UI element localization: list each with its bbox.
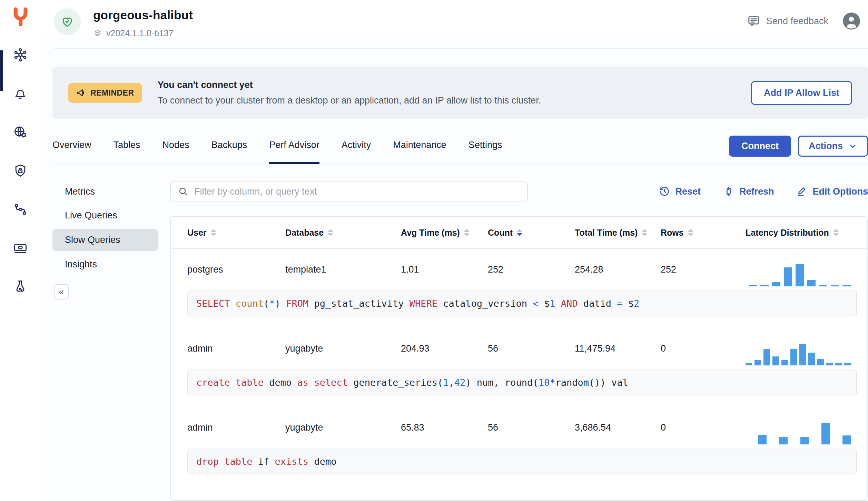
table-body: postgrestemplate11.01252254.28252SELECT … — [171, 249, 867, 474]
query-text: create table demo as select generate_ser… — [187, 370, 857, 395]
tab-tables[interactable]: Tables — [114, 135, 140, 164]
shield-lock-icon[interactable] — [12, 163, 28, 179]
banner-message: To connect to your cluster from a deskto… — [158, 95, 541, 106]
tab-overview[interactable]: Overview — [52, 135, 91, 164]
tab-nodes[interactable]: Nodes — [162, 135, 189, 164]
column-header-total-time-ms[interactable]: Total Time (ms) — [575, 228, 661, 238]
cell-user: admin — [187, 343, 285, 354]
column-label: Count — [488, 228, 513, 238]
sql-token: SELECT — [196, 298, 236, 309]
cell-latency-distribution — [746, 249, 851, 290]
globe-gear-icon[interactable] — [12, 124, 28, 140]
filter-input[interactable] — [194, 186, 520, 197]
header-divider — [54, 48, 868, 49]
table-row[interactable]: adminyugabyte65.83563,686.540 — [171, 407, 867, 448]
perf-advisor-workspace: MetricsLive QueriesSlow QueriesInsights … — [41, 164, 868, 501]
subnav-item-live-queries[interactable]: Live Queries — [52, 205, 158, 226]
tab-activity[interactable]: Activity — [342, 135, 371, 164]
sort-up-icon — [688, 229, 693, 232]
latency-bar — [760, 285, 769, 286]
cell-avg-time: 204.93 — [401, 343, 488, 354]
latency-bar — [790, 349, 797, 365]
cell-count: 56 — [488, 422, 575, 433]
latency-bar — [758, 435, 767, 444]
user-avatar[interactable] — [842, 12, 861, 30]
collapse-sidebar-button[interactable]: « — [54, 284, 69, 299]
sql-token: demo — [269, 377, 297, 388]
table-row[interactable]: adminyugabyte204.935611,475.940 — [171, 328, 867, 369]
cell-rows: 252 — [661, 264, 746, 275]
sort-up-icon — [328, 229, 333, 232]
send-feedback-button[interactable]: Send feedback — [747, 14, 828, 28]
subnav-item-metrics[interactable]: Metrics — [52, 181, 158, 202]
reset-label: Reset — [675, 186, 701, 197]
tab-backups[interactable]: Backups — [211, 135, 247, 164]
sort-up-icon — [642, 229, 647, 232]
sort-down-icon — [688, 233, 693, 236]
sort-down-icon — [211, 233, 216, 236]
perf-advisor-subnav: MetricsLive QueriesSlow QueriesInsights … — [41, 164, 170, 501]
sql-token: 10 — [539, 377, 550, 388]
tab-settings[interactable]: Settings — [468, 135, 502, 164]
latency-bar — [842, 435, 851, 444]
column-header-count[interactable]: Count — [488, 228, 575, 238]
labs-flask-icon[interactable] — [12, 279, 28, 295]
column-label: Database — [285, 228, 324, 238]
edit-options-button[interactable]: Edit Options — [796, 186, 868, 197]
cluster-version-row: v2024.1.1.0-b137 — [93, 28, 193, 38]
heart-check-icon — [60, 15, 74, 29]
sort-down-icon — [642, 233, 647, 236]
column-header-user[interactable]: User — [187, 228, 285, 238]
latency-bar — [763, 349, 770, 365]
slow-queries-toolbar: Reset Refresh Edit Options — [170, 181, 868, 202]
sql-token: $ — [544, 298, 550, 309]
sql-token: ) — [275, 298, 286, 309]
column-label: Total Time (ms) — [575, 228, 638, 238]
refresh-button[interactable]: Refresh — [723, 186, 774, 197]
subnav-item-slow-queries[interactable]: Slow Queries — [52, 229, 158, 251]
sort-down-icon — [833, 233, 839, 236]
sql-token: 1 — [443, 377, 448, 388]
sql-token: generate_series( — [353, 377, 443, 388]
slow-queries-table: UserDatabaseAvg Time (ms)CountTotal Time… — [170, 216, 868, 501]
tab-maintenance[interactable]: Maintenance — [393, 135, 446, 164]
billing-banknote-icon[interactable] — [12, 240, 28, 256]
column-header-rows[interactable]: Rows — [661, 228, 746, 238]
sql-token: catalog_version — [443, 298, 533, 309]
column-header-avg-time-ms[interactable]: Avg Time (ms) — [401, 228, 488, 238]
integrations-flow-icon[interactable] — [12, 202, 28, 217]
sort-down-icon — [328, 233, 333, 236]
add-ip-allow-list-button[interactable]: Add IP Allow List — [751, 81, 852, 105]
bell-icon[interactable] — [12, 86, 28, 101]
latency-bar — [781, 360, 788, 365]
connect-button[interactable]: Connect — [729, 136, 791, 157]
sort-down-icon — [464, 233, 470, 236]
column-label: Latency Distribution — [746, 228, 829, 238]
tab-perf-advisor[interactable]: Perf Advisor — [269, 135, 319, 164]
latency-bar — [754, 360, 761, 365]
actions-button-label: Actions — [809, 141, 843, 151]
actions-button[interactable]: Actions — [798, 136, 868, 157]
cluster-hub-icon[interactable] — [12, 47, 28, 63]
column-header-latency-distribution[interactable]: Latency Distribution — [746, 228, 851, 238]
latency-bar — [772, 282, 780, 286]
cell-count: 56 — [488, 343, 575, 354]
sql-token: as select — [297, 377, 354, 388]
sort-arrows-icon — [464, 229, 470, 236]
sql-token: = — [617, 298, 628, 309]
table-row[interactable]: postgrestemplate11.01252254.28252 — [171, 249, 867, 290]
cell-total-time: 3,686.54 — [575, 422, 661, 433]
cell-latency-distribution — [746, 407, 851, 448]
reset-button[interactable]: Reset — [659, 186, 701, 197]
latency-bar — [799, 344, 806, 365]
subnav-item-insights[interactable]: Insights — [52, 254, 158, 275]
refresh-cycle-icon — [723, 186, 734, 197]
sql-token: create table — [196, 377, 269, 388]
yugabyte-logo[interactable] — [10, 6, 31, 28]
sort-arrows-icon — [211, 229, 216, 236]
reminder-banner: REMINDER You can't connect yet To connec… — [52, 67, 868, 119]
cell-database: yugabyte — [285, 343, 401, 354]
cluster-health-badge — [54, 8, 81, 35]
column-header-database[interactable]: Database — [285, 228, 401, 238]
latency-histogram — [749, 264, 851, 286]
